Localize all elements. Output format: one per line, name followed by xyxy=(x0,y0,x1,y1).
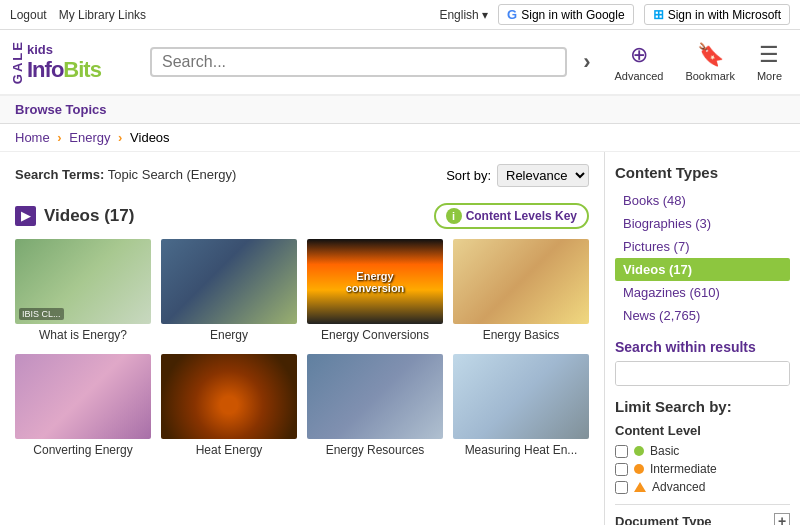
video-item[interactable]: Measuring Heat En... xyxy=(453,354,589,459)
breadcrumb-current: Videos xyxy=(130,130,170,145)
video-thumbnail xyxy=(307,354,443,439)
video-grid: IBIS CL...What is Energy?EnergyEnergycon… xyxy=(15,239,589,458)
my-library-links[interactable]: My Library Links xyxy=(59,8,146,22)
search-within-box[interactable]: 🔍 xyxy=(615,361,790,386)
breadcrumb: Home › Energy › Videos xyxy=(0,124,800,152)
content-types-list: Books (48)Biographies (3)Pictures (7)Vid… xyxy=(615,189,790,327)
level-intermediate: Intermediate xyxy=(615,462,790,476)
advanced-button[interactable]: ⊕ Advanced xyxy=(606,38,671,86)
video-caption: Measuring Heat En... xyxy=(453,443,589,459)
level-basic-checkbox[interactable] xyxy=(615,445,628,458)
video-caption: Energy Resources xyxy=(307,443,443,459)
sign-in-microsoft-button[interactable]: ⊞ Sign in with Microsoft xyxy=(644,4,790,25)
video-play-icon: ▶ xyxy=(15,206,36,226)
search-submit-button[interactable]: › xyxy=(577,49,596,75)
sidebar: Content Types Books (48)Biographies (3)P… xyxy=(605,152,800,525)
breadcrumb-energy[interactable]: Energy xyxy=(69,130,110,145)
content-level-label: Content Level xyxy=(615,423,790,438)
content-type-item[interactable]: News (2,765) xyxy=(615,304,790,327)
video-thumbnail: Energyconversion xyxy=(307,239,443,324)
gale-logo: GALE xyxy=(10,40,25,84)
sign-in-google-button[interactable]: G Sign in with Google xyxy=(498,4,634,25)
bookmark-button[interactable]: 🔖 Bookmark xyxy=(677,38,743,86)
chevron-right-icon: › xyxy=(57,130,61,145)
bits-text: Bits xyxy=(63,57,101,82)
content-types-title: Content Types xyxy=(615,164,790,181)
advanced-label: Advanced xyxy=(652,480,705,494)
video-caption: Converting Energy xyxy=(15,443,151,459)
video-item[interactable]: Heat Energy xyxy=(161,354,297,459)
document-type-section: Document Type + xyxy=(615,504,790,525)
intermediate-dot-icon xyxy=(634,464,644,474)
video-thumbnail xyxy=(453,239,589,324)
expand-doc-type-icon: + xyxy=(774,513,790,525)
search-within-input[interactable] xyxy=(616,362,790,385)
header: GALE kids InfoBits › ⊕ Advanced 🔖 Bookma… xyxy=(0,30,800,96)
more-button[interactable]: ☰ More xyxy=(749,38,790,86)
video-item[interactable]: Converting Energy xyxy=(15,354,151,459)
search-terms-label: Search Terms: xyxy=(15,167,104,182)
limit-search: Limit Search by: Content Level Basic Int… xyxy=(615,398,790,494)
main-container: Search Terms: Topic Search (Energy) Sort… xyxy=(0,152,800,525)
level-advanced-checkbox[interactable] xyxy=(615,481,628,494)
video-item[interactable]: IBIS CL...What is Energy? xyxy=(15,239,151,344)
top-bar: Logout My Library Links English ▾ G Sign… xyxy=(0,0,800,30)
basic-dot-icon xyxy=(634,446,644,456)
video-item[interactable]: Energy Basics xyxy=(453,239,589,344)
header-tools: ⊕ Advanced 🔖 Bookmark ☰ More xyxy=(606,38,790,86)
content-type-item[interactable]: Videos (17) xyxy=(615,258,790,281)
video-item[interactable]: Energy xyxy=(161,239,297,344)
level-advanced: Advanced xyxy=(615,480,790,494)
browse-topics-link[interactable]: Browse Topics xyxy=(15,102,107,117)
microsoft-icon: ⊞ xyxy=(653,7,664,22)
logout-link[interactable]: Logout xyxy=(10,8,47,22)
basic-label: Basic xyxy=(650,444,679,458)
search-terms: Search Terms: Topic Search (Energy) xyxy=(15,167,236,182)
search-within: Search within results 🔍 xyxy=(615,339,790,386)
section-title: ▶ Videos (17) xyxy=(15,206,134,226)
bookmark-icon: 🔖 xyxy=(697,42,724,68)
content-area: Search Terms: Topic Search (Energy) Sort… xyxy=(0,152,605,525)
infobits-logo: InfoBits xyxy=(27,57,101,83)
video-item[interactable]: EnergyconversionEnergy Conversions xyxy=(307,239,443,344)
section-header: ▶ Videos (17) i Content Levels Key xyxy=(15,203,589,229)
video-caption: Heat Energy xyxy=(161,443,297,459)
level-basic: Basic xyxy=(615,444,790,458)
video-caption: Energy Basics xyxy=(453,328,589,344)
content-type-item[interactable]: Biographies (3) xyxy=(615,212,790,235)
video-thumbnail xyxy=(161,354,297,439)
video-thumbnail xyxy=(453,354,589,439)
breadcrumb-home[interactable]: Home xyxy=(15,130,50,145)
sort-label: Sort by: xyxy=(446,168,491,183)
document-type-header[interactable]: Document Type + xyxy=(615,513,790,525)
video-count: (17) xyxy=(104,206,134,225)
limit-search-title: Limit Search by: xyxy=(615,398,790,415)
advanced-icon: ⊕ xyxy=(630,42,648,68)
google-icon: G xyxy=(507,7,517,22)
video-caption: Energy Conversions xyxy=(307,328,443,344)
video-caption: What is Energy? xyxy=(15,328,151,344)
video-caption: Energy xyxy=(161,328,297,344)
search-input[interactable] xyxy=(162,53,555,71)
sort-bar: Sort by: Relevance Date Title xyxy=(446,164,589,187)
chevron-down-icon: ▾ xyxy=(482,8,488,22)
level-intermediate-checkbox[interactable] xyxy=(615,463,628,476)
intermediate-label: Intermediate xyxy=(650,462,717,476)
video-thumbnail xyxy=(161,239,297,324)
content-levels-key-button[interactable]: i Content Levels Key xyxy=(434,203,589,229)
content-type-item[interactable]: Pictures (7) xyxy=(615,235,790,258)
search-terms-value: Topic Search (Energy) xyxy=(108,167,237,182)
video-thumbnail xyxy=(15,354,151,439)
info-text: Info xyxy=(27,57,63,82)
section-heading: Videos (17) xyxy=(44,206,134,226)
video-thumbnail: IBIS CL... xyxy=(15,239,151,324)
language-selector[interactable]: English ▾ xyxy=(439,8,488,22)
main-search-box[interactable] xyxy=(150,47,567,77)
advanced-triangle-icon xyxy=(634,482,646,492)
browse-topics-bar: Browse Topics xyxy=(0,96,800,124)
content-type-item[interactable]: Magazines (610) xyxy=(615,281,790,304)
content-type-item[interactable]: Books (48) xyxy=(615,189,790,212)
video-item[interactable]: Energy Resources xyxy=(307,354,443,459)
sort-select[interactable]: Relevance Date Title xyxy=(497,164,589,187)
info-circle-icon: i xyxy=(446,208,462,224)
